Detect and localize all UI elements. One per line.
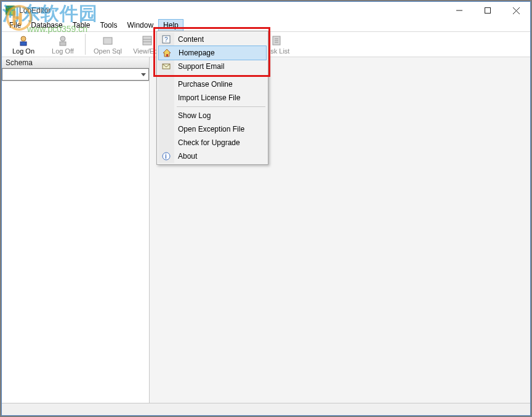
menu-item-label: Homepage	[179, 49, 215, 57]
toolbar-label: Log Off	[52, 47, 74, 55]
info-icon: i	[161, 151, 171, 161]
home-icon	[162, 48, 172, 58]
object-tree[interactable]	[2, 81, 149, 403]
toolbar-open-sql[interactable]: Open Sql	[89, 32, 127, 57]
menu-item-label: Support Email	[178, 62, 224, 71]
menu-item-support-email[interactable]: Support Email	[158, 60, 267, 73]
app-icon	[6, 6, 15, 15]
svg-rect-21	[166, 54, 168, 57]
menu-separator	[177, 75, 265, 76]
svg-point-6	[60, 36, 65, 41]
toolbar-label: Open Sql	[94, 47, 122, 55]
menu-window[interactable]: Window	[122, 19, 158, 31]
schema-dropdown[interactable]	[2, 68, 149, 81]
menu-item-label: Check for Upgrade	[178, 138, 240, 147]
sidebar: Schema	[2, 57, 150, 403]
svg-text:i: i	[165, 153, 167, 160]
menu-help[interactable]: Help	[158, 19, 183, 31]
logoff-icon	[57, 34, 69, 47]
menu-item-label: Content	[178, 35, 204, 44]
email-icon	[161, 62, 171, 71]
open-sql-icon	[102, 34, 114, 47]
menubar: File Database Table Tools Window Help	[2, 19, 530, 31]
svg-rect-8	[103, 38, 112, 44]
close-button[interactable]	[502, 2, 530, 19]
view-edit-icon	[141, 34, 153, 47]
toolbar-label: Log On	[12, 47, 34, 55]
menu-item-check-upgrade[interactable]: Check for Upgrade	[158, 136, 267, 149]
menu-item-purchase-online[interactable]: Purchase Online	[158, 77, 267, 91]
menu-item-label: Show Log	[178, 111, 211, 120]
statusbar	[2, 403, 530, 415]
logon-icon	[17, 34, 30, 47]
window-controls	[445, 2, 530, 19]
help-content-icon: ?	[161, 34, 171, 44]
titlebar: LobEditor	[2, 2, 530, 19]
svg-text:?: ?	[164, 36, 168, 43]
menu-item-label: Purchase Online	[178, 80, 233, 89]
help-dropdown: ? Content Homepage Support Email Purchas…	[156, 31, 268, 165]
svg-rect-1	[485, 8, 491, 14]
menu-item-label: Open Exception File	[178, 125, 244, 133]
menu-item-show-log[interactable]: Show Log	[158, 109, 267, 122]
menu-item-label: Import License File	[178, 93, 240, 102]
maximize-button[interactable]	[474, 2, 502, 19]
menu-table[interactable]: Table	[68, 19, 95, 31]
svg-rect-9	[143, 36, 151, 45]
menu-file[interactable]: File	[4, 19, 26, 31]
menu-item-import-license[interactable]: Import License File	[158, 91, 267, 105]
toolbar-logon[interactable]: Log On	[4, 32, 42, 57]
menu-tools[interactable]: Tools	[95, 19, 122, 31]
window-title: LobEditor	[19, 6, 50, 15]
svg-rect-5	[20, 42, 26, 46]
menu-item-homepage[interactable]: Homepage	[158, 46, 267, 60]
toolbar-logoff[interactable]: Log Off	[44, 32, 82, 57]
menu-database[interactable]: Database	[26, 19, 67, 31]
menu-item-about[interactable]: i About	[158, 149, 267, 163]
schema-header: Schema	[2, 57, 149, 68]
menu-item-open-exception-file[interactable]: Open Exception File	[158, 122, 267, 136]
minimize-button[interactable]	[445, 2, 474, 19]
svg-rect-7	[60, 42, 66, 46]
schema-label: Schema	[6, 58, 33, 67]
task-list-icon	[270, 34, 283, 47]
menu-separator	[177, 106, 265, 107]
toolbar-separator	[85, 34, 86, 55]
menu-item-content[interactable]: ? Content	[158, 33, 267, 46]
svg-point-4	[21, 36, 26, 41]
menu-item-label: About	[178, 152, 197, 161]
